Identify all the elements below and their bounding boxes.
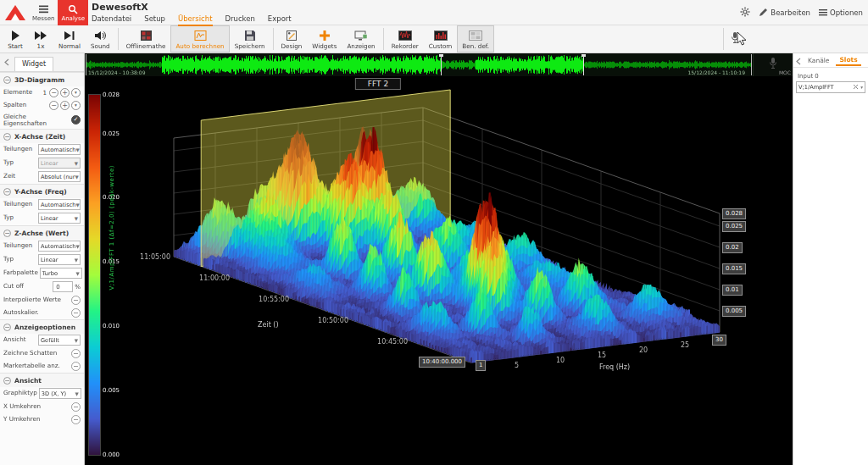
custom-display-icon [434,29,448,42]
collapse-icon[interactable]: − [3,377,11,385]
menu-item-export[interactable]: Export [268,14,292,26]
collapse-icon[interactable]: − [3,324,11,331]
autoskalier-toggle[interactable] [71,308,81,318]
ribbon-button-normal[interactable]: Normal [53,25,86,53]
design-icon [286,29,298,42]
chevron-down-icon: ▼ [75,147,79,152]
decrement-button[interactable]: − [49,88,58,97]
menu-item-übersicht[interactable]: Übersicht [178,14,213,26]
collapse-icon[interactable]: − [3,76,11,84]
edit-button[interactable]: Bearbeiten [759,8,810,19]
chevron-down-icon[interactable]: ▾ [71,88,81,97]
chevron-down-icon: ▼ [75,202,79,208]
ribbon-button-design[interactable]: Design [276,25,308,53]
ribbon-button-start[interactable]: Start [3,25,28,53]
setting-row-graphiktyp: Graphiktyp3D (X, Y)▼ [0,387,84,401]
setting-row-teilungen: TeilungenAutomatisch▼ [0,143,84,157]
teilungen-select[interactable]: Automatisch▼ [38,199,81,210]
zeit-select[interactable]: Absolut (nur▼ [38,171,81,182]
ribbon-button-offlinemathe[interactable]: Offlinemathe [121,25,171,53]
section-header-3d-diagramm[interactable]: −3D-Diagramm [0,72,84,86]
ribbon-separator [723,28,724,50]
setting-row-zeichne-schatten: Zeichne Schatten [0,347,84,360]
titlebar: MessenAnalyse DewesoftX DatendateiSetupÜ… [0,0,868,25]
interpolierte-werte-toggle[interactable] [71,296,81,305]
menu-item-setup[interactable]: Setup [144,14,165,26]
app-title: DewesoftX [92,2,148,13]
cut-off-input[interactable]: 0 [53,281,73,292]
input-slot-label: Input 0 [798,73,819,80]
menubar: DatendateiSetupÜbersichtDruckenExport [92,14,292,26]
collapse-icon[interactable]: − [3,188,11,196]
ribbon-button-custom[interactable]: Custom [424,25,458,53]
dewesoft-logo-icon [4,3,26,25]
section-header-ansicht[interactable]: −Ansicht [0,373,84,387]
increment-button[interactable]: + [60,101,70,110]
typ-select[interactable]: Linear▼ [38,254,81,265]
mode-tabs: MessenAnalyse [29,0,88,25]
ribbon-button-anzeigen[interactable]: Anzeigen [342,25,380,53]
collapse-icon[interactable]: − [3,133,11,141]
markertabelle-anz-toggle[interactable] [71,362,81,371]
waveform-overview[interactable] [86,54,752,75]
chevron-left-icon[interactable] [4,53,9,71]
menu-item-drucken[interactable]: Drucken [225,14,255,26]
chevron-down-icon[interactable]: ▾ [71,101,81,110]
x-umkehren-toggle[interactable] [71,402,81,412]
section-header-z-achse-wert[interactable]: −Z-Achse (Wert) [0,225,84,240]
ribbon-button-rekorder[interactable]: Rekorder [387,25,424,53]
teilungen-select[interactable]: Automatisch▼ [38,241,81,252]
graphiktyp-select[interactable]: 3D (X, Y)▼ [39,388,81,399]
settings-gear-icon[interactable] [740,7,750,19]
ribbon-button-widgets[interactable]: Widgets [307,25,342,53]
chevron-left-icon[interactable] [796,53,801,69]
waterfall-surface-canvas[interactable] [85,76,793,465]
ansicht-select[interactable]: Gefüllt▼ [38,335,81,346]
panel-tab-slots[interactable]: Slots [836,54,860,66]
decrement-button[interactable]: − [49,101,58,110]
setting-row-cut-off: Cut off0% [0,280,84,294]
typ-select[interactable]: Linear▼ [38,158,81,169]
chevron-down-icon: ▼ [75,257,78,263]
setting-row-y-umkehren: Y Umkehren [0,413,84,426]
ribbon-button-ben-def[interactable]: Ben. def. [457,25,494,53]
ribbon-button-sound[interactable]: Sound [86,25,115,53]
measure-icon [38,4,49,14]
increment-button[interactable]: + [60,88,70,97]
y-umkehren-toggle[interactable] [71,415,81,424]
ribbon-button-1x[interactable]: 1x [28,25,53,53]
checkbox-checked-icon[interactable]: ✓ [71,115,81,125]
mode-tab-messen[interactable]: Messen [29,0,58,25]
section-header-anzeigeoptionen[interactable]: −Anzeigeoptionen [0,319,84,334]
panel-tab-kanäle[interactable]: Kanäle [804,55,832,65]
speaker-mic-icon[interactable] [769,57,777,73]
options-button[interactable]: Optionen [819,8,863,18]
setting-row-typ: TypLinear▼ [0,253,84,267]
teilungen-select[interactable]: Automatisch▼ [38,144,81,155]
setting-row-typ: TypLinear▼ [0,212,84,225]
farbpalette-select[interactable]: Turbo▼ [40,268,82,279]
zeichne-schatten-toggle[interactable] [71,349,81,358]
auto-calc-icon [194,29,207,42]
setting-row-spalten: Spalten−+▾ [0,99,84,112]
typ-select[interactable]: Linear▼ [38,213,81,224]
chevron-down-icon: ▾ [860,85,863,90]
collapse-icon[interactable]: − [3,230,11,237]
play-to-end-icon [63,29,76,42]
fast-forward-icon [34,29,47,42]
widget-tab[interactable]: Widget [14,57,53,71]
channel-select[interactable]: V;1/AmplFFT ▾ [796,81,865,93]
user-defined-icon [469,29,482,42]
clear-icon[interactable] [853,84,859,91]
pencil-icon [759,8,768,19]
mode-tab-analyse[interactable]: Analyse [58,0,88,25]
options-menu-icon [819,8,827,18]
setting-row-autoskalier: Autoskalier. [0,307,84,319]
ribbon-button-speichern[interactable]: Speichern [230,25,270,53]
ribbon-button-auto-berechnen[interactable]: Auto berechnen [170,25,229,53]
menu-item-datendatei[interactable]: Datendatei [92,14,131,26]
section-header-y-achse-freq[interactable]: −Y-Achse (Freq) [0,184,84,198]
recording-start-time: 15/12/2024 - 10:38:09 [88,69,146,75]
section-header-x-achse-zeit[interactable]: −X-Achse (Zeit) [0,129,84,143]
save-icon [244,29,256,42]
